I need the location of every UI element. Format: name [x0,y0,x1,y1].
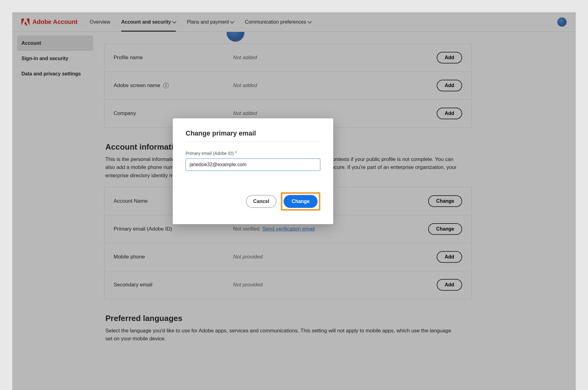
tutorial-highlight: Change [281,192,320,211]
required-asterisk-icon: * [235,151,237,156]
app-window: Adobe Account Overview Account and secur… [12,12,576,390]
primary-email-input[interactable] [186,159,320,171]
modal-title: Change primary email [186,129,320,142]
change-email-modal: Change primary email Primary email (Adob… [173,118,333,224]
modal-actions: Cancel Change [186,192,320,211]
cancel-button[interactable]: Cancel [246,195,277,208]
modal-field-label-text: Primary email (Adobe ID) [186,151,234,156]
change-button[interactable]: Change [284,195,318,208]
modal-field-label: Primary email (Adobe ID)* [186,151,320,156]
